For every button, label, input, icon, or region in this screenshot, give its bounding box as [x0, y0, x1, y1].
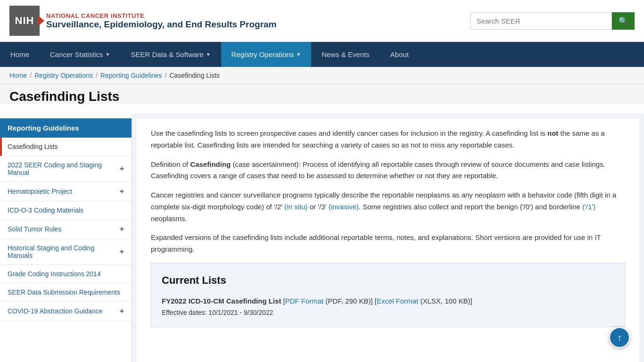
sidebar-item-label: Grade Coding Instructions 2014	[8, 270, 101, 278]
nav-item-news---events[interactable]: News & Events	[311, 42, 380, 67]
chevron-down-icon: ▼	[296, 52, 301, 57]
nav-item-about[interactable]: About	[380, 42, 419, 67]
sidebar-item-solid-tumor-rules[interactable]: Solid Tumor Rules+	[0, 220, 132, 239]
list-entry: FY2022 ICD-10-CM Casefinding List [PDF F…	[162, 296, 614, 318]
para3: Cancer registries and cancer surveillanc…	[151, 189, 625, 224]
breadcrumb-sep: /	[30, 72, 32, 79]
content-area: Use the casefinding lists to screen pros…	[137, 118, 639, 362]
chevron-down-icon: ▼	[206, 52, 211, 57]
expand-icon: +	[120, 187, 124, 196]
casefinding-bold: Casefinding	[190, 160, 231, 168]
sidebar-item-label: Historical Staging and Coding Manuals	[8, 244, 120, 259]
sidebar-item-covid-19-abstraction-guidance[interactable]: COVID-19 Abstraction Guidance+	[0, 302, 132, 321]
current-lists-title: Current Lists	[162, 272, 614, 289]
search-area: 🔍	[471, 12, 635, 30]
nav-item-registry-operations[interactable]: Registry Operations ▼	[221, 42, 311, 67]
page-title: Casefinding Lists	[9, 89, 635, 104]
nav-item-seer-data---software[interactable]: SEER Data & Software ▼	[120, 42, 221, 67]
breadcrumb-sep: /	[165, 72, 167, 79]
current-lists-box: Current Lists FY2022 ICD-10-CM Casefindi…	[151, 263, 625, 327]
breadcrumb-link-reporting-guidelines[interactable]: Reporting Guidelines	[100, 72, 162, 79]
expand-icon: +	[120, 225, 124, 233]
nih-text: NIH	[15, 15, 34, 27]
expand-icon: +	[120, 165, 124, 173]
breadcrumb-sep: /	[96, 72, 98, 79]
pdf-meta: (PDF, 290 KB)	[326, 297, 371, 305]
breadcrumb-link-registry-operations[interactable]: Registry Operations	[34, 72, 93, 79]
pdf-format-link[interactable]: PDF Format	[285, 297, 324, 305]
search-button[interactable]: 🔍	[612, 12, 635, 30]
sidebar-item-seer-data-submission-requireme[interactable]: SEER Data Submission Requirements	[0, 283, 132, 302]
search-input[interactable]	[471, 12, 612, 30]
expand-icon: +	[120, 307, 124, 315]
excel-meta: (XLSX, 100 KB)	[421, 297, 471, 305]
para4: Expanded versions of the casefinding lis…	[151, 232, 625, 255]
org-name-top: NATIONAL CANCER INSTITUTE	[46, 12, 277, 19]
org-name: NATIONAL CANCER INSTITUTE Surveillance, …	[46, 12, 277, 30]
para1: Use the casefinding lists to screen pros…	[151, 128, 625, 151]
sidebar-item-grade-coding-instructions-2014[interactable]: Grade Coding Instructions 2014	[0, 265, 132, 283]
sidebar: Reporting Guidelines Casefinding Lists20…	[0, 114, 132, 362]
main-layout: Reporting Guidelines Casefinding Lists20…	[0, 114, 644, 362]
sidebar-item-hematopoietic-project[interactable]: Hematopoietic Project+	[0, 182, 132, 201]
sidebar-item-casefinding-lists[interactable]: Casefinding Lists	[0, 138, 132, 156]
sidebar-item-label: Casefinding Lists	[8, 143, 58, 150]
sidebar-header[interactable]: Reporting Guidelines	[0, 118, 132, 138]
breadcrumb-current: Casefinding Lists	[170, 72, 220, 79]
effective-dates: Effective dates: 10/1/2021 - 9/30/2022	[162, 309, 273, 316]
content-body: Use the casefinding lists to screen pros…	[151, 128, 625, 327]
sidebar-item-label: SEER Data Submission Requirements	[8, 288, 120, 296]
excel-format-link[interactable]: Excel Format	[377, 297, 418, 305]
sidebar-item-label: 2022 SEER Coding and Staging Manual	[8, 161, 120, 176]
para1-not: not	[547, 129, 558, 137]
sidebar-item-2022-seer-coding-and-staging-m[interactable]: 2022 SEER Coding and Staging Manual+	[0, 156, 132, 182]
sidebar-item-label: ICD-O-3 Coding Materials	[8, 206, 83, 214]
sidebar-items: Casefinding Lists2022 SEER Coding and St…	[0, 138, 132, 321]
breadcrumb-link-home[interactable]: Home	[9, 72, 27, 79]
expand-icon: +	[120, 247, 124, 256]
fy2022-label: FY2022 ICD-10-CM Casefinding List	[162, 297, 281, 305]
sidebar-item-historical-staging-and-coding-[interactable]: Historical Staging and Coding Manuals+	[0, 239, 132, 265]
org-name-bottom: Surveillance, Epidemiology, and End Resu…	[46, 19, 277, 30]
main-nav: HomeCancer Statistics ▼SEER Data & Softw…	[0, 42, 644, 67]
breadcrumb: Home/Registry Operations/Reporting Guide…	[0, 67, 644, 84]
logo-area: NIH NATIONAL CANCER INSTITUTE Surveillan…	[9, 6, 277, 36]
sidebar-item-icd-o-3-coding-materials[interactable]: ICD-O-3 Coding Materials	[0, 201, 132, 220]
nav-item-home[interactable]: Home	[0, 42, 40, 67]
sidebar-item-label: COVID-19 Abstraction Guidance	[8, 307, 103, 315]
para2: Definition of Casefinding (case ascertai…	[151, 159, 625, 182]
nih-logo: NIH	[9, 6, 40, 36]
scroll-to-top-button[interactable]: ↑	[609, 327, 630, 348]
sidebar-item-label: Hematopoietic Project	[8, 188, 72, 195]
chevron-down-icon: ▼	[106, 52, 110, 57]
site-header: NIH NATIONAL CANCER INSTITUTE Surveillan…	[0, 0, 644, 42]
sidebar-item-label: Solid Tumor Rules	[8, 225, 61, 233]
nav-item-cancer-statistics[interactable]: Cancer Statistics ▼	[40, 42, 120, 67]
